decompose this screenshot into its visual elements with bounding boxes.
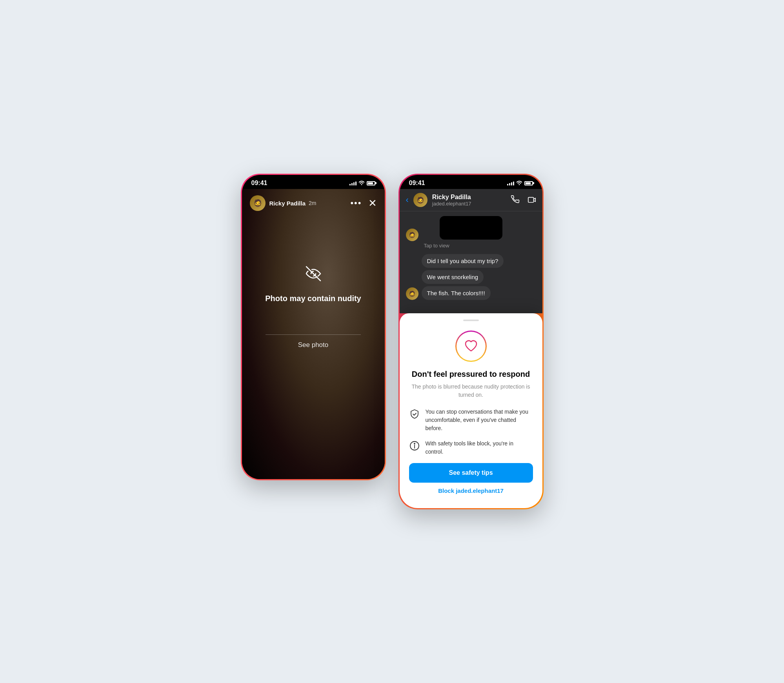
signal-bar-2: [509, 183, 510, 185]
story-more-button[interactable]: •••: [350, 198, 362, 208]
blurred-message[interactable]: [440, 216, 502, 240]
story-actions: ••• ✕: [350, 198, 377, 208]
message-bubble-1: Did I tell you about my trip?: [422, 254, 504, 268]
left-signal-icon: [349, 181, 357, 185]
sender-avatar-2: 🧔: [406, 287, 418, 300]
info-circle-icon: [409, 440, 420, 451]
blurred-message-container: 🧔 Tap to view: [406, 216, 536, 249]
sender-avatar: 🧔: [406, 229, 418, 241]
heart-circle-icon: [455, 331, 487, 362]
sheet-title: Don't feel pressured to respond: [409, 370, 533, 379]
message-bubble-3: The fish. The colors!!!!: [422, 286, 491, 300]
block-user-button[interactable]: Block jaded.elephant17: [409, 487, 533, 494]
signal-bar-4: [513, 182, 514, 185]
bottom-sheet: Don't feel pressured to respond The phot…: [400, 313, 542, 508]
screenshot-container: 09:41: [241, 174, 544, 509]
right-battery-icon: [524, 181, 533, 185]
chat-username: Ricky Padilla: [432, 194, 506, 201]
story-content: 🧔 Ricky Padilla 2m ••• ✕: [242, 189, 385, 479]
svg-point-3: [414, 443, 415, 444]
signal-bar-4: [355, 182, 357, 185]
signal-bar-1: [349, 184, 351, 185]
chat-avatar: 🧔: [413, 193, 427, 207]
story-nudity-center: Photo may contain nudity: [242, 217, 385, 327]
message-row-1: Did I tell you about my trip?: [422, 254, 536, 268]
story-avatar: 🧔: [250, 195, 266, 211]
feature-item-2: With safety tools like block, you're in …: [409, 440, 533, 456]
nudity-warning-text: Photo may contain nudity: [265, 294, 361, 303]
chat-user-info: Ricky Padilla jaded.elephant17: [432, 194, 506, 207]
shield-check-icon: [409, 409, 420, 420]
left-phone: 09:41: [241, 174, 386, 480]
left-wifi-icon: [358, 180, 365, 186]
left-time: 09:41: [251, 180, 267, 187]
story-bottom: See photo: [242, 327, 385, 365]
back-button[interactable]: ‹: [406, 195, 409, 205]
chat-header: ‹ 🧔 Ricky Padilla jaded.elephant17: [400, 189, 542, 211]
feature-item-1: You can stop conversations that make you…: [409, 408, 533, 432]
signal-bar-1: [507, 184, 508, 185]
right-status-bar: 09:41: [400, 175, 542, 189]
message-row-3: 🧔 The fish. The colors!!!!: [406, 286, 536, 300]
battery-fill: [368, 182, 373, 184]
messages-area: 🧔 Tap to view Did I tell you about my tr…: [400, 211, 542, 313]
left-phone-inner: 09:41: [242, 175, 385, 479]
message-bubble-2: We went snorkeling: [422, 270, 484, 284]
story-close-button[interactable]: ✕: [368, 198, 377, 208]
right-signal-icon: [507, 181, 514, 185]
chat-handle: jaded.elephant17: [432, 201, 506, 207]
story-user-info: Ricky Padilla 2m: [269, 200, 347, 207]
heart-icon-container: [409, 331, 533, 362]
signal-bar-2: [351, 183, 353, 185]
feature-text-1: You can stop conversations that make you…: [426, 408, 533, 432]
signal-bar-3: [353, 182, 355, 185]
call-button[interactable]: [511, 195, 520, 205]
right-status-icons: [507, 180, 533, 186]
left-status-icons: [349, 180, 375, 186]
eye-slash-icon: [304, 264, 323, 285]
left-status-bar: 09:41: [242, 175, 385, 189]
chat-header-actions: [511, 195, 536, 205]
right-phone-inner: 09:41: [400, 175, 542, 508]
right-phone: 09:41: [398, 174, 544, 509]
sheet-handle: [463, 320, 479, 321]
see-photo-button[interactable]: See photo: [298, 341, 329, 349]
feature-text-2: With safety tools like block, you're in …: [426, 440, 533, 456]
video-button[interactable]: [528, 195, 536, 205]
story-divider: [266, 334, 361, 335]
signal-bar-3: [511, 182, 512, 185]
battery-fill: [526, 182, 531, 184]
svg-rect-0: [528, 197, 533, 202]
story-username: Ricky Padilla: [269, 200, 306, 207]
tap-to-view-label: Tap to view: [424, 243, 536, 249]
right-wifi-icon: [516, 180, 522, 186]
message-row-2: We went snorkeling: [422, 270, 536, 284]
story-header: 🧔 Ricky Padilla 2m ••• ✕: [242, 189, 385, 217]
safety-tips-button[interactable]: See safety tips: [409, 463, 533, 483]
right-time: 09:41: [409, 180, 425, 187]
sheet-subtitle: The photo is blurred because nudity prot…: [409, 383, 533, 399]
story-time: 2m: [309, 200, 316, 206]
left-battery-icon: [367, 181, 375, 185]
